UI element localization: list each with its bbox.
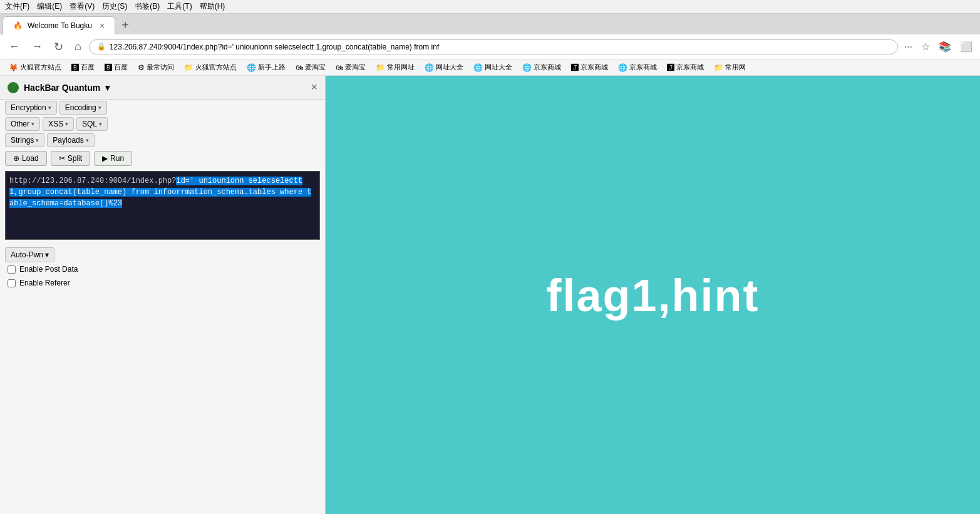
bookmark-icon: 🛍 [336,63,343,72]
bookmark-jd1[interactable]: 🌐 京东商城 [518,61,565,73]
encryption-label: Encryption [11,103,46,112]
enable-referer-checkbox[interactable] [8,279,16,287]
encryption-arrow: ▾ [48,105,51,111]
run-icon: ▶ [102,154,108,163]
bookmark-icon: 📁 [184,63,193,72]
other-dropdown[interactable]: Other ▾ [5,117,40,131]
encoding-label: Encoding [65,103,96,112]
run-label: Run [110,154,124,163]
bookmark-common1[interactable]: 📁 常用网址 [372,61,418,73]
sidebar-button[interactable]: 📚 [936,39,954,54]
bookmark-star-button[interactable]: ☆ [919,39,932,54]
url-input[interactable] [110,43,890,51]
tab-bar: 🔥 Welcome To Bugku × + [0,14,980,34]
tab-title: Welcome To Bugku [28,21,92,30]
post-data-row: Enable Post Data [5,262,320,276]
load-icon: ⊕ [13,154,19,163]
strings-dropdown[interactable]: Strings ▾ [5,133,44,147]
autopwn-arrow: ▾ [45,250,49,259]
more-button[interactable]: ··· [902,40,915,54]
bookmark-icon: 🅹 [667,63,674,72]
bookmark-newbie[interactable]: 🌐 新手上路 [243,61,289,73]
load-button[interactable]: ⊕ Load [5,151,47,166]
xss-dropdown[interactable]: XSS ▾ [43,117,74,131]
url-textarea[interactable]: http://123.206.87.240:9004/1ndex.php?id=… [5,171,320,240]
bookmark-icon: 🅹 [571,63,579,72]
split-icon: ✂ [59,154,65,163]
address-bar[interactable]: 🔒 [89,39,898,54]
bookmark-baidu1[interactable]: 🅱 百度 [68,61,98,73]
bookmark-frequent[interactable]: ⚙ 最常访问 [134,61,178,73]
menu-bar: 文件(F) 编辑(E) 查看(V) 历史(S) 书签(B) 工具(T) 帮助(H… [0,0,980,14]
menu-edit[interactable]: 编辑(E) [37,1,62,12]
menu-history[interactable]: 历史(S) [102,1,127,12]
bookmark-jd4[interactable]: 🅹 京东商城 [663,61,708,73]
bookmark-label: 网址大全 [436,63,463,72]
tab-favicon: 🔥 [13,21,23,30]
hackbar-panel: HackBar Quantum ▾ × Encryption ▾ Encodin… [0,76,326,514]
new-tab-button[interactable]: + [116,18,134,33]
bookmark-label: 百度 [114,63,128,72]
bookmark-label: 常用网 [725,63,746,72]
bookmark-taobao2[interactable]: 🛍 爱淘宝 [332,61,369,73]
xss-label: XSS [48,120,63,128]
bookmark-taobao1[interactable]: 🛍 爱淘宝 [292,61,329,73]
bookmark-jd2[interactable]: 🅹 京东商城 [567,61,612,73]
web-content-area: flag1,hint [326,76,980,514]
browser-tab[interactable]: 🔥 Welcome To Bugku × [3,16,115,34]
url-editor: http://123.206.87.240:9004/1ndex.php?id=… [5,171,320,240]
bookmark-icon: 🅱 [71,63,79,72]
encoding-dropdown[interactable]: Encoding ▾ [59,101,107,115]
menu-help[interactable]: 帮助(H) [200,1,225,12]
bookmark-label: 新手上路 [258,63,286,72]
sql-dropdown[interactable]: SQL ▾ [76,117,108,131]
bookmark-nav1[interactable]: 🌐 网址大全 [421,61,467,73]
xss-arrow: ▾ [65,121,68,127]
strings-label: Strings [11,136,34,145]
menu-bookmarks[interactable]: 书签(B) [135,1,160,12]
reload-button[interactable]: ↻ [50,39,67,55]
tab-close-button[interactable]: × [100,21,105,31]
enable-post-data-checkbox[interactable] [8,265,16,274]
menu-file[interactable]: 文件(F) [5,1,29,12]
bookmark-icon: 🛍 [296,63,303,72]
bookmark-label: 爱淘宝 [305,63,326,72]
hackbar-title-text: HackBar Quantum [24,83,100,93]
run-button[interactable]: ▶ Run [94,151,132,166]
bookmark-firefox[interactable]: 🦊 火狐官方站点 [5,61,65,73]
menu-tools[interactable]: 工具(T) [167,1,192,12]
payloads-dropdown[interactable]: Payloads ▾ [47,133,94,147]
other-arrow: ▾ [31,121,34,127]
hackbar-dropdown-arrow[interactable]: ▾ [105,83,110,93]
hackbar-header: HackBar Quantum ▾ × [0,76,325,100]
autopwn-section: Auto-Pwn ▾ Enable Post Data Enable Refer… [0,242,325,295]
split-label: Split [68,154,82,163]
bookmark-nav2[interactable]: 🌐 网址大全 [470,61,516,73]
hackbar-actions: ⊕ Load ✂ Split ▶ Run [0,148,325,168]
split-button[interactable]: ✂ Split [51,151,90,166]
bookmark-baidu2[interactable]: 🅱 百度 [101,61,132,73]
fullscreen-button[interactable]: ⬜ [957,39,975,54]
bookmark-common2[interactable]: 📁 常用网 [710,61,750,73]
bookmark-icon: 🌐 [618,63,627,72]
bookmark-icon: 🌐 [473,63,483,72]
forward-button[interactable]: → [28,39,46,54]
bookmark-icon: ⚙ [138,63,145,72]
bookmark-jd3[interactable]: 🌐 京东商城 [614,61,661,73]
bookmark-label: 网址大全 [485,63,512,72]
load-label: Load [22,154,39,163]
bookmark-label: 火狐官方站点 [20,63,61,72]
back-button[interactable]: ← [5,39,24,54]
home-button[interactable]: ⌂ [71,39,85,54]
bookmark-label: 百度 [81,63,95,72]
security-icon: 🔒 [97,43,106,51]
encryption-dropdown[interactable]: Encryption ▾ [5,101,57,115]
bookmark-firefox2[interactable]: 📁 火狐官方站点 [180,61,240,73]
bookmark-icon: 🌐 [247,63,256,72]
menu-view[interactable]: 查看(V) [70,1,95,12]
hackbar-close-button[interactable]: × [311,81,317,94]
main-content: HackBar Quantum ▾ × Encryption ▾ Encodin… [0,76,980,514]
autopwn-header[interactable]: Auto-Pwn ▾ [5,247,54,262]
url-plain-text: http://123.206.87.240:9004/1ndex.php? [9,177,176,185]
bookmark-label: 京东商城 [580,63,608,72]
